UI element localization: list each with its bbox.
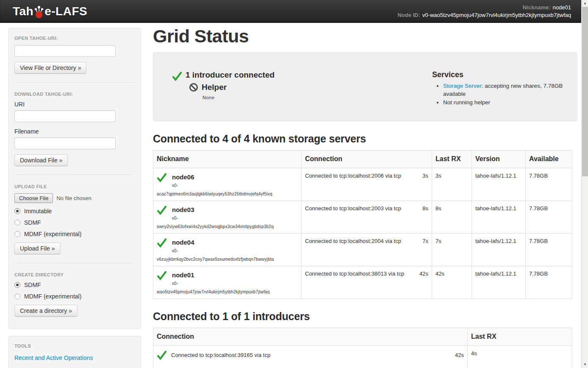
version-cell: tahoe-lafs/1.12.1 [472,201,526,234]
logo-text-suffix: e-LAFS [44,5,87,18]
col-header-version: Version [472,151,526,168]
connection-age: 7s [422,238,428,244]
not-running-icon [189,83,198,92]
radio-upload-sdmf[interactable] [14,220,20,226]
check-icon [157,173,167,183]
scrollbar-thumb[interactable] [582,7,588,176]
col-header-nickname: Nickname [153,151,302,168]
tahoe-lafs-logo: Tah e-LAFS [13,5,87,18]
radio-upload-mdmf-label: MDMF (experimental) [24,231,81,237]
upload-format-option-mdmf[interactable]: MDMF (experimental) [14,231,135,237]
main-content: Grid Status 1 introducer connected Helpe… [153,23,577,368]
helper-status-line: Helper [189,83,432,92]
create-dir-option-sdmf[interactable]: SDMF [14,282,135,288]
download-file-button[interactable]: Download File » [14,154,68,166]
nickname-label: Nickname: [523,4,551,11]
last-rx-cell: 42s [432,266,472,299]
storage-servers-table: Nickname Connection Last RX Version Avai… [153,150,572,299]
storage-table-header-row: Nickname Connection Last RX Version Avai… [153,151,572,168]
connection-text: Connected to tcp:localhost:39165 via tcp [171,352,455,358]
choose-file-button[interactable]: Choose File [14,193,53,203]
services-block: Services Storage Server: accepting new s… [432,70,569,121]
col-header-connection: Connection [302,151,432,168]
tools-section-label: TOOLS [14,343,135,348]
last-rx-cell: 7s [432,234,472,266]
node-id-body: wao5tzv45pmoju47jow7rvl4ukirjm5ytbh2kjty… [157,290,298,294]
radio-upload-mdmf[interactable] [14,231,20,237]
available-cell: 7.78GB [526,234,572,266]
scroll-up-arrow[interactable]: ▲ [582,0,588,7]
last-rx-cell: 4s [468,346,572,368]
radio-createdir-mdmf[interactable] [14,293,20,299]
radio-createdir-mdmf-label: MDMF (experimental) [24,293,81,300]
connection-age: 3s [422,173,428,179]
upload-file-button[interactable]: Upload File » [14,243,61,254]
service-storage-item: Storage Server: accepting new shares, 7.… [443,82,568,98]
introducer-table-header-row: Connection Last RX [153,328,572,346]
node-nickname: node03 [172,206,194,213]
available-cell: 7.78GB [526,201,572,234]
helper-value: None [202,95,432,100]
node-id-body: v6zuyjkbrrkqy2bvc2cny7qwax5sxumedsxfzfjw… [157,257,298,262]
scroll-down-arrow[interactable]: ▼ [582,361,588,368]
logo-sprout-icon [34,5,44,19]
section-divider [14,175,135,176]
helper-title: Helper [202,83,227,92]
radio-immutable-label: Immutable [24,208,52,215]
sidebar-forms-panel: OPEN TAHOE-URI: View File or Directory »… [8,28,141,329]
open-uri-input[interactable] [14,45,116,57]
node-meta: Nickname:node01 Node ID:v0-wao5tzv45pmoj… [397,4,571,19]
filename-field-label: Filename [14,128,135,135]
radio-upload-sdmf-label: SDMF [24,219,41,226]
table-row: node03 v0- swny2viyw63ofxwi4x2yykd2woqjb… [153,201,572,234]
service-helper-item: Not running helper [443,98,568,106]
table-row: node01 v0- wao5tzv45pmoju47jow7rvl4ukirj… [153,266,572,299]
version-cell: tahoe-lafs/1.12.1 [472,234,526,266]
node-nickname: node01 [172,271,194,279]
radio-createdir-sdmf-label: SDMF [24,282,41,288]
node-id-prefix: v0- [172,183,298,188]
available-cell: 7.78GB [526,266,572,299]
node-id-prefix: v0- [172,216,298,220]
tools-panel: TOOLS Recent and Active Operations [8,336,141,368]
recent-operations-link[interactable]: Recent and Active Operations [14,354,93,361]
create-dir-option-mdmf[interactable]: MDMF (experimental) [14,293,135,300]
grid-status-summary-panel: 1 introducer connected Helper None Servi… [153,52,577,121]
file-chosen-status: No file chosen [56,195,91,201]
download-filename-input[interactable] [14,137,116,149]
create-directory-button[interactable]: Create a directory » [14,305,78,317]
check-icon [157,238,167,248]
vertical-scrollbar[interactable]: ▲ ▼ [581,0,588,368]
node-id-label: Node ID: [397,12,420,18]
connection-text: Connected to tcp:localhost:2003 via tcp [305,205,401,212]
node-id-body: swny2viyw63ofxwi4x2yykd2woqjbpx3cw34xtri… [157,224,298,229]
radio-immutable[interactable] [14,208,20,214]
sidebar: OPEN TAHOE-URI: View File or Directory »… [8,28,141,368]
download-uri-input[interactable] [14,110,116,122]
radio-createdir-sdmf[interactable] [14,282,20,288]
connection-cell: Connected to tcp:localhost:2006 via tcp … [302,168,432,201]
upload-format-option-immutable[interactable]: Immutable [14,208,135,215]
connection-text: Connected to tcp:localhost:2004 via tcp [305,238,401,244]
status-left: 1 introducer connected Helper None [172,70,432,121]
introducers-heading: Connected to 1 of 1 introducers [153,310,577,323]
file-picker: Choose File No file chosen [14,193,135,203]
services-title: Services [432,70,568,79]
upload-format-option-sdmf[interactable]: SDMF [14,219,135,226]
services-list: Storage Server: accepting new shares, 7.… [443,82,568,106]
node-nickname: node04 [172,239,194,246]
page-title: Grid Status [153,26,577,47]
view-file-or-directory-button[interactable]: View File or Directory » [14,62,86,74]
storage-server-link[interactable]: Storage Server [443,83,482,89]
section-divider [14,82,135,83]
node-id-prefix: v0- [172,281,298,286]
connection-text: Connected to tcp:localhost:2006 via tcp [305,173,401,179]
connection-cell: Connected to tcp:localhost:2003 via tcp … [302,201,432,234]
nickname-cell: node01 v0- wao5tzv45pmoju47jow7rvl4ukirj… [153,266,302,299]
connection-cell: Connected to tcp:localhost:39165 via tcp… [153,346,468,368]
nickname-value: node01 [553,4,571,11]
col-header-available: Available [526,151,572,168]
check-icon [157,350,167,360]
connection-text: Connected to tcp:localhost:38013 via tcp [305,270,404,277]
available-cell: 7.78GB [526,168,572,201]
